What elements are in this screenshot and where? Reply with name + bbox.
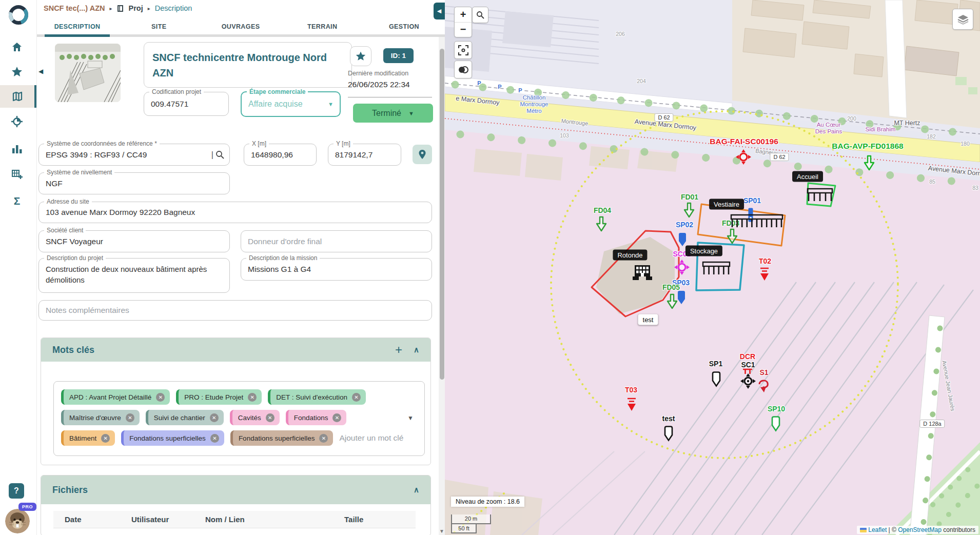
keyword-tag[interactable]: APD : Avant Projet Détaillé✕ — [61, 389, 170, 405]
breadcrumb-item-2[interactable]: Description — [155, 4, 192, 12]
leveling-system-field[interactable]: Système de nivellement NGF — [38, 172, 230, 194]
fd03-marker[interactable] — [727, 228, 738, 245]
sidebar-item-sum[interactable]: Σ — [0, 190, 34, 212]
keyword-tag[interactable]: PRO : Etude Projet✕ — [176, 389, 262, 405]
tab-ouvrages[interactable]: OUVRAGES — [200, 20, 281, 34]
remove-tag-icon[interactable]: ✕ — [156, 393, 165, 402]
sp1-marker[interactable] — [712, 371, 721, 387]
fd04-label[interactable]: FD04 — [594, 206, 611, 214]
keyword-tag[interactable]: DET : Suivi d'exécution✕ — [268, 389, 366, 405]
keywords-header[interactable]: Mots clés + ∧ — [41, 338, 430, 362]
keyword-tag[interactable]: Fondations✕ — [286, 410, 347, 425]
add-keyword-input[interactable]: Ajouter un mot clé — [339, 430, 403, 446]
avatar[interactable] — [5, 509, 30, 533]
collapse-panel-button[interactable]: ◀ — [434, 3, 445, 19]
remove-tag-icon[interactable]: ✕ — [126, 413, 134, 422]
etape-commerciale-select[interactable]: Étape commerciale Affaire acquise ▼ — [241, 91, 341, 117]
zoom-in-button[interactable]: + — [455, 7, 472, 23]
sp02-marker[interactable] — [678, 232, 687, 247]
breadcrumb-item-0[interactable]: SNCF tec(...) AZN — [44, 4, 105, 12]
sidebar-item-stats[interactable] — [0, 137, 34, 160]
thumbnail-prev-icon[interactable]: ◀ — [38, 68, 43, 75]
help-button[interactable]: ? — [9, 483, 24, 499]
sc1-label[interactable]: SC1 — [741, 361, 755, 369]
remove-tag-icon[interactable]: ✕ — [332, 413, 341, 422]
x-coordinate-field[interactable]: X [m] 1648980,96 — [244, 144, 317, 166]
fd04-marker[interactable] — [596, 216, 607, 232]
site-plan-thumbnail[interactable] — [55, 44, 121, 102]
keyword-tag[interactable]: Cavités✕ — [230, 410, 280, 425]
s1-marker[interactable] — [757, 379, 771, 394]
zoom-out-button[interactable]: − — [455, 23, 472, 37]
map-view[interactable]: e Marx DormoyAvenue Marx DormoyAvenue Ma… — [445, 0, 980, 535]
remove-tag-icon[interactable]: ✕ — [266, 413, 275, 422]
add-keyword-icon[interactable]: + — [395, 343, 402, 357]
remove-tag-icon[interactable]: ✕ — [210, 434, 219, 443]
sp10-marker[interactable] — [771, 415, 780, 432]
remove-tag-icon[interactable]: ✕ — [210, 413, 219, 422]
dcr-label[interactable]: DCR — [740, 352, 755, 361]
remove-tag-icon[interactable]: ✕ — [319, 434, 328, 443]
map-search-button[interactable] — [472, 7, 488, 23]
remove-tag-icon[interactable]: ✕ — [248, 393, 257, 402]
osm-link[interactable]: OpenStreetMap — [898, 526, 942, 533]
sidebar-item-home[interactable] — [0, 36, 34, 58]
search-icon[interactable] — [215, 150, 224, 159]
t02-label[interactable]: T02 — [759, 257, 771, 265]
t03-marker[interactable] — [625, 397, 638, 412]
map-layers-button[interactable] — [952, 9, 973, 30]
mission-description-field[interactable]: Description de la mission Missions G1 à … — [241, 258, 432, 281]
collapse-icon[interactable]: ∧ — [414, 485, 419, 494]
sidebar-item-locate[interactable] — [0, 110, 34, 133]
remove-tag-icon[interactable]: ✕ — [101, 434, 110, 443]
comb-vestiaire-marker[interactable] — [730, 214, 786, 228]
test-south-marker[interactable] — [664, 425, 673, 442]
bag-fai-sc00196-marker[interactable] — [736, 149, 751, 165]
locate-on-map-button[interactable] — [413, 145, 432, 164]
keyword-tag[interactable]: Maîtrise d'œuvre✕ — [61, 410, 140, 425]
test-south-label[interactable]: test — [662, 414, 675, 423]
comb-accueil-marker[interactable] — [807, 188, 835, 202]
sidebar-item-map[interactable] — [0, 85, 36, 108]
tab-description[interactable]: DESCRIPTION — [36, 20, 118, 34]
sp03-marker[interactable] — [677, 290, 685, 305]
sp02-label[interactable]: SP02 — [676, 221, 693, 229]
t03-label[interactable]: T03 — [625, 386, 637, 394]
sp01-label[interactable]: SP01 — [743, 196, 761, 205]
fd05-marker[interactable] — [667, 293, 678, 310]
rotonde-building-marker[interactable] — [631, 264, 654, 282]
leaflet-link[interactable]: Leaflet — [868, 526, 887, 533]
crs-field[interactable]: Système de coordonnées de référence * EP… — [38, 144, 230, 166]
collapse-icon[interactable]: ∧ — [414, 345, 419, 354]
keywords-tagbox[interactable]: APD : Avant Projet Détaillé✕PRO : Etude … — [53, 381, 425, 456]
scrollbar-thumb[interactable] — [440, 49, 444, 380]
sc1-marker[interactable] — [740, 373, 756, 389]
sidebar-item-add-structure[interactable] — [0, 163, 34, 186]
breadcrumb-item-1[interactable]: Proj — [129, 4, 143, 12]
favorite-button[interactable] — [350, 46, 371, 66]
bag-avp-fd01868-label[interactable]: BAG-AVP-FD01868 — [832, 142, 903, 151]
scroll-down-icon[interactable]: ▼ — [439, 528, 444, 534]
bag-avp-fd01868-marker[interactable] — [864, 155, 875, 171]
map-compare-button[interactable] — [454, 61, 472, 78]
status-dropdown[interactable]: Terminé ▼ — [353, 104, 433, 123]
donneur-ordre-field[interactable]: Donneur d'ordre final — [241, 230, 432, 252]
fd05-label[interactable]: FD05 — [662, 283, 680, 291]
sp1-label[interactable]: SP1 — [709, 360, 722, 368]
map-locate-button[interactable] — [454, 41, 472, 59]
bag-fai-sc00196-label[interactable]: BAG-FAI-SC00196 — [710, 137, 778, 146]
tab-site[interactable]: SITE — [118, 20, 200, 34]
client-company-field[interactable]: Société client SNCF Voyageur — [38, 230, 230, 252]
fd01-marker[interactable] — [683, 202, 695, 219]
notes-field[interactable]: Notes complémentaires — [38, 300, 432, 321]
files-header[interactable]: Fichiers ∧ — [41, 475, 430, 504]
sp10-label[interactable]: SP10 — [768, 405, 785, 413]
s1-label[interactable]: S1 — [759, 368, 768, 377]
keyword-tag[interactable]: Bâtiment✕ — [61, 430, 115, 446]
y-coordinate-field[interactable]: Y [m] 8179142,7 — [328, 144, 401, 166]
keyword-tag[interactable]: Fondations superficielles✕ — [230, 430, 334, 446]
sidebar-item-favorites[interactable] — [0, 61, 34, 83]
project-description-field[interactable]: Description du projet Construction de de… — [38, 258, 230, 293]
keywords-more-icon[interactable]: ▼ — [407, 414, 414, 422]
comb-stockage-marker[interactable] — [702, 261, 733, 275]
